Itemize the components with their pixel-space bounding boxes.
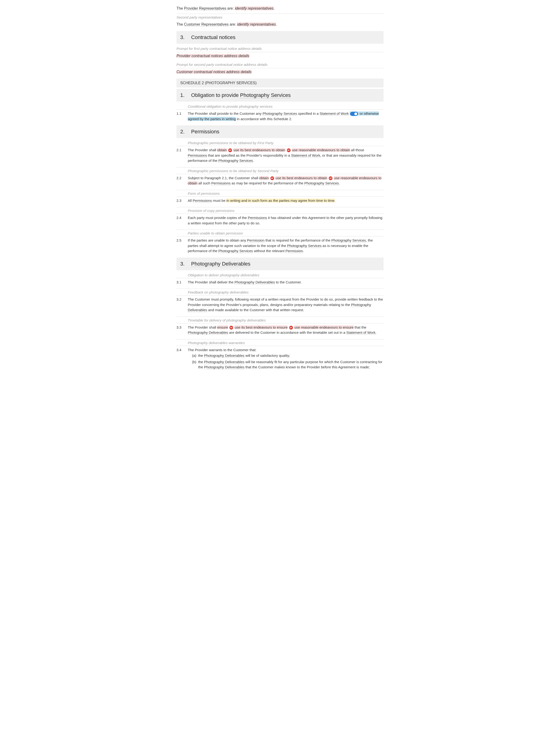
- prompt-3-3: Timetable for delivery of photography de…: [176, 317, 384, 322]
- option-reasonable-endeavours-cont[interactable]: obtain: [188, 181, 197, 185]
- or-badge[interactable]: or: [329, 176, 332, 180]
- text: use reasonable endeavours to: [334, 176, 382, 180]
- or-badge[interactable]: or: [289, 326, 293, 329]
- term-photography-services[interactable]: Photography Services: [304, 181, 339, 185]
- prompt-row: Form of permissions: [176, 188, 384, 196]
- term-photography-deliverables[interactable]: Photography Deliverables: [188, 330, 228, 335]
- term-provider-representatives[interactable]: Provider Representatives: [184, 6, 226, 11]
- prompt-2-3: Form of permissions: [176, 190, 384, 195]
- term-photography-deliverables[interactable]: Photography Deliverables: [234, 280, 275, 284]
- term-permissions[interactable]: Permissions: [193, 198, 212, 203]
- text: and made available to the Customer with …: [207, 308, 304, 312]
- option-obtain[interactable]: obtain: [259, 176, 269, 180]
- field-text: Customer contractual notices address det…: [176, 70, 252, 74]
- term-statement-of-work[interactable]: Statement of Work: [291, 153, 320, 158]
- option-best-endeavours-ensure[interactable]: use its best endeavours to ensure: [235, 325, 288, 329]
- term-permissions[interactable]: Permissions: [188, 153, 207, 158]
- term-photography-deliverables[interactable]: Photography Deliverables: [204, 365, 245, 369]
- clause-body: Each party must provide copies of the Pe…: [188, 215, 384, 226]
- term-permission[interactable]: Permission: [285, 249, 303, 253]
- prompt-row: Obligation to deliver photography delive…: [176, 272, 384, 278]
- text: .: [339, 181, 340, 185]
- term-photography-services[interactable]: Photography Services: [263, 112, 297, 116]
- term-photography-deliverables[interactable]: Photography Deliverables: [204, 360, 245, 364]
- field-identify-reps-2[interactable]: identify representatives: [237, 22, 276, 26]
- clause-body: The Provider warrants to the Customer th…: [188, 347, 384, 371]
- term-photography-services[interactable]: Photography Services: [218, 159, 253, 163]
- text: to the Customer.: [275, 280, 302, 284]
- text: the: [198, 353, 204, 357]
- or-badge[interactable]: or: [230, 326, 233, 329]
- clause-body: The Provider shall deliver the Photograp…: [188, 280, 384, 285]
- term-photography-services[interactable]: Photography Services: [240, 92, 291, 98]
- term-photography-deliverables[interactable]: Photography Deliverables: [191, 261, 250, 267]
- prompt-row: Photographic permissions to be obtained …: [176, 139, 384, 146]
- term-photography-services[interactable]: Photography Services: [287, 244, 322, 248]
- term-photography-deliverables[interactable]: Photography Deliverables: [204, 353, 245, 358]
- option-reasonable-endeavours-ensure[interactable]: use reasonable endeavours to ensure: [294, 325, 354, 329]
- option-ensure[interactable]: ensure: [217, 325, 228, 329]
- term-photography-services[interactable]: Photography Services: [218, 249, 253, 253]
- text: The Provider shall: [188, 325, 217, 329]
- term-permissions[interactable]: Permissions: [211, 181, 231, 185]
- prompt-2-5: Parties unable to obtain permission: [176, 230, 384, 235]
- heading-contractual-notices: 3. Contractual notices: [176, 31, 384, 44]
- term-permissions[interactable]: Permissions: [248, 216, 267, 220]
- heading-title: Photography Deliverables: [191, 261, 250, 267]
- clause-3-4: 3.4 The Provider warrants to the Custome…: [176, 346, 384, 373]
- clause-body: The Provider shall obtain or use its bes…: [188, 147, 384, 163]
- option-best-endeavours[interactable]: use its best endeavours to obtain: [276, 176, 327, 180]
- clause-3-1: 3.1 The Provider shall deliver the Photo…: [176, 278, 384, 287]
- clause-1-1: 1.1 The Provider shall provide to the Cu…: [176, 109, 384, 124]
- text: that are specified as the Provider's res…: [208, 153, 291, 157]
- option-reasonable-endeavours[interactable]: use reasonable endeavours to: [334, 176, 382, 180]
- sub-letter: (b): [192, 359, 198, 370]
- clause-body: The Provider shall provide to the Custom…: [188, 111, 384, 122]
- clause-2-2: 2.2 Subject to Paragraph 2.1, the Custom…: [176, 174, 384, 188]
- clause-num: 3.1: [176, 280, 188, 285]
- text: are:: [226, 6, 235, 10]
- text: The Provider shall deliver the: [188, 280, 234, 284]
- text: Obligation to provide: [191, 92, 240, 98]
- sub-item-a: (a) the Photography Deliverables will be…: [192, 352, 384, 359]
- field-provider-notice-address[interactable]: Provider contractual notices address det…: [176, 52, 384, 61]
- term-statement-of-work[interactable]: Statement of Work: [319, 112, 349, 116]
- field-identify-reps-1[interactable]: identify representatives: [235, 6, 274, 10]
- option-reasonable-endeavours[interactable]: use reasonable endeavours to obtain: [292, 148, 350, 152]
- text: The Provider shall: [188, 148, 217, 152]
- prompt-row: Feedback on photography deliverables: [176, 287, 384, 295]
- field-text: Provider contractual notices address det…: [176, 54, 249, 58]
- clause-2-3: 2.3 All Permissions must be in writing a…: [176, 196, 384, 206]
- option-obtain[interactable]: obtain: [217, 148, 227, 152]
- term-permission[interactable]: Permission: [247, 238, 265, 243]
- clause-2-5: 2.5 If the parties are unable to obtain …: [176, 236, 384, 256]
- text: If the parties are unable to obtain any: [188, 238, 247, 242]
- or-badge[interactable]: or: [287, 148, 291, 152]
- term-photography-services[interactable]: Photography Services: [331, 238, 366, 243]
- heading-title: Obligation to provide Photography Servic…: [191, 92, 291, 98]
- optional-segment-cont[interactable]: agreed by the parties in writing: [188, 117, 236, 121]
- clause-body: If the parties are unable to obtain any …: [188, 238, 384, 254]
- prompt-3-2: Feedback on photography deliverables: [176, 289, 384, 294]
- clause-num: 3.3: [176, 325, 188, 335]
- or-badge[interactable]: or: [270, 176, 274, 180]
- clause-num: 2.2: [176, 175, 188, 186]
- text: The Provider shall provide to the Custom…: [188, 112, 263, 116]
- prompt-row: Timetable for delivery of photography de…: [176, 315, 384, 323]
- text: .: [274, 6, 275, 10]
- toggle-switch[interactable]: [350, 112, 358, 116]
- field-customer-notice-address[interactable]: Customer contractual notices address det…: [176, 68, 384, 77]
- prompt-3-1: Obligation to deliver photography delive…: [176, 273, 384, 277]
- sub-item-b: (b) the Photography Deliverables will be…: [192, 359, 384, 371]
- option-best-endeavours[interactable]: use its best endeavours to obtain: [234, 148, 285, 152]
- heading-num: 3.: [180, 261, 184, 267]
- term-statement-of-work[interactable]: Statement of Work: [346, 330, 376, 335]
- text: are delivered to the Customer in accorda…: [228, 330, 346, 334]
- editable-text[interactable]: in writing and in such form as the parti…: [226, 198, 334, 202]
- term-customer-representatives[interactable]: Customer Representatives: [184, 22, 229, 27]
- text: as may be required for the performance o…: [231, 181, 304, 185]
- or-badge[interactable]: or: [228, 148, 232, 152]
- prompt-row: Conditional obligation to provide photog…: [176, 103, 384, 109]
- optional-segment[interactable]: or otherwise: [349, 112, 379, 116]
- text: .: [276, 22, 277, 26]
